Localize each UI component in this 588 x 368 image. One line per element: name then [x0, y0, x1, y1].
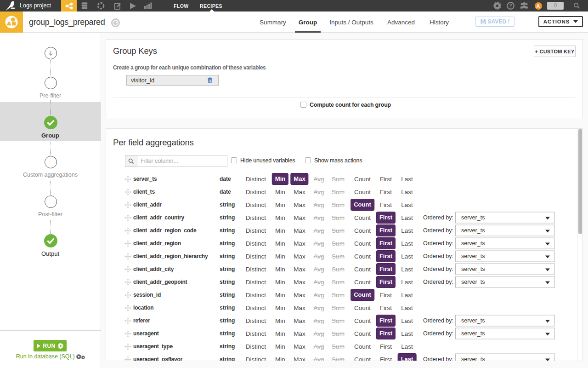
- svg-text:?: ?: [509, 3, 512, 8]
